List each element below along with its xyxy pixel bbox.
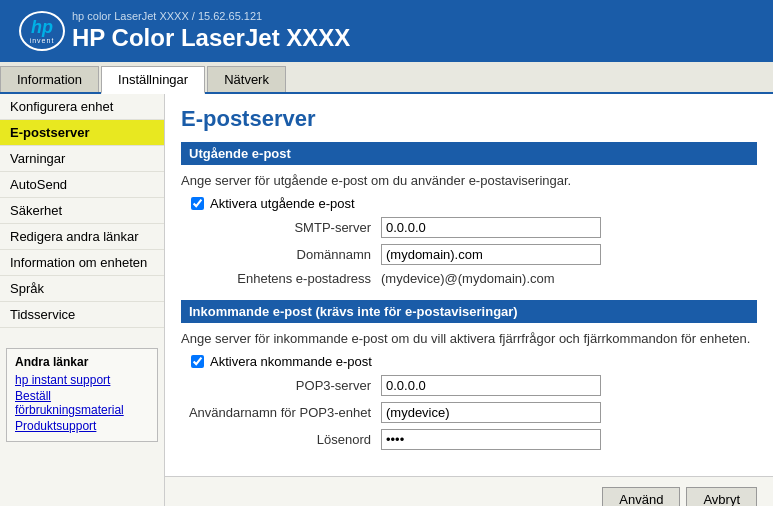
tab-bar: Information Inställningar Nätverk [0,62,773,94]
password-input[interactable] [381,429,601,450]
sidebar-item-epostserver[interactable]: E-postserver [0,120,164,146]
incoming-header: Inkommande e-post (krävs inte för e-post… [181,300,757,323]
andra-lankar-title: Andra länkar [15,355,149,369]
username-row: Användarnamn för POP3-enhet [181,402,757,423]
password-label: Lösenord [181,432,381,447]
smtp-row: SMTP-server [181,217,757,238]
hp-logo: hp invent [12,9,72,53]
logo-invent-text: invent [30,37,55,44]
outgoing-section: Utgående e-post Ange server för utgående… [181,142,757,286]
pop3-row: POP3-server [181,375,757,396]
domain-label: Domännamn [181,247,381,262]
andra-lankar-box: Andra länkar hp instant support Beställ … [6,348,158,442]
main-layout: Konfigurera enhet E-postserver Varningar… [0,94,773,506]
username-label: Användarnamn för POP3-enhet [181,405,381,420]
tab-information[interactable]: Information [0,66,99,92]
incoming-desc: Ange server för inkommande e-post om du … [181,331,757,346]
cancel-button[interactable]: Avbryt [686,487,757,506]
link-bestall[interactable]: Beställ förbrukningsmaterial [15,389,149,417]
link-produktsupport[interactable]: Produktsupport [15,419,149,433]
incoming-section: Inkommande e-post (krävs inte för e-post… [181,300,757,450]
smtp-input[interactable] [381,217,601,238]
incoming-checkbox-label: Aktivera nkommande e-post [210,354,372,369]
incoming-checkbox-row: Aktivera nkommande e-post [191,354,757,369]
link-hp-instant[interactable]: hp instant support [15,373,149,387]
sidebar-item-sakerhet[interactable]: Säkerhet [0,198,164,224]
username-input[interactable] [381,402,601,423]
header-title: HP Color LaserJet XXXX [72,24,350,52]
smtp-label: SMTP-server [181,220,381,235]
apply-button[interactable]: Använd [602,487,680,506]
logo-hp-text: hp [31,18,53,36]
sidebar-item-tidsservice[interactable]: Tidsservice [0,302,164,328]
outgoing-checkbox[interactable] [191,197,204,210]
sidebar-item-konfigurera[interactable]: Konfigurera enhet [0,94,164,120]
address-label: Enhetens e-postadress [181,271,381,286]
content-wrapper: E-postserver Utgående e-post Ange server… [165,94,773,506]
domain-row: Domännamn [181,244,757,265]
incoming-checkbox[interactable] [191,355,204,368]
password-row: Lösenord [181,429,757,450]
page-title: E-postserver [181,106,757,132]
outgoing-checkbox-label: Aktivera utgående e-post [210,196,355,211]
outgoing-desc: Ange server för utgående e-post om du an… [181,173,757,188]
sidebar-item-redigera[interactable]: Redigera andra länkar [0,224,164,250]
sidebar-item-varningar[interactable]: Varningar [0,146,164,172]
sidebar-item-autosend[interactable]: AutoSend [0,172,164,198]
pop3-label: POP3-server [181,378,381,393]
header: hp invent hp color LaserJet XXXX / 15.62… [0,0,773,62]
sidebar: Konfigurera enhet E-postserver Varningar… [0,94,165,506]
header-text-block: hp color LaserJet XXXX / 15.62.65.121 HP… [72,10,350,52]
header-subtitle: hp color LaserJet XXXX / 15.62.65.121 [72,10,350,22]
address-value: (mydevice)@(mydomain).com [381,271,555,286]
sidebar-item-information[interactable]: Information om enheten [0,250,164,276]
outgoing-checkbox-row: Aktivera utgående e-post [191,196,757,211]
tab-installningar[interactable]: Inställningar [101,66,205,94]
content-area: E-postserver Utgående e-post Ange server… [165,94,773,476]
pop3-input[interactable] [381,375,601,396]
tab-natverk[interactable]: Nätverk [207,66,286,92]
domain-input[interactable] [381,244,601,265]
sidebar-item-sprak[interactable]: Språk [0,276,164,302]
address-row: Enhetens e-postadress (mydevice)@(mydoma… [181,271,757,286]
footer-buttons: Använd Avbryt [165,476,773,506]
outgoing-header: Utgående e-post [181,142,757,165]
